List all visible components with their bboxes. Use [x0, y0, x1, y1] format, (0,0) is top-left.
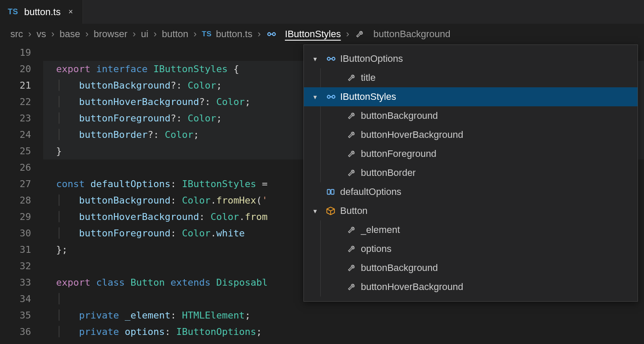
breadcrumb: src› vs› base› browser› ui› button› TS b… — [0, 24, 644, 45]
line-number-gutter: 192021222324252627282930313233343536 — [0, 45, 43, 344]
line-number: 21 — [0, 77, 31, 94]
typescript-badge-icon: TS — [202, 30, 212, 38]
outline-item-label: options — [361, 243, 391, 255]
property-icon — [346, 149, 357, 159]
tab-bar: TS button.ts × — [0, 0, 644, 24]
outline-item-label: IButtonStyles — [340, 91, 396, 102]
code-line[interactable]: │ private options: IButtonOptions; — [43, 324, 644, 340]
property-icon — [346, 111, 357, 121]
outline-item-label: title — [361, 72, 376, 83]
outline-item[interactable]: buttonBackground — [304, 106, 638, 125]
chevron-down-icon[interactable]: ▾ — [313, 55, 323, 63]
chevron-right-icon: › — [193, 29, 196, 40]
outline-item[interactable]: buttonBorder — [304, 163, 638, 182]
line-number: 24 — [0, 127, 31, 143]
outline-dropdown[interactable]: ▾IButtonOptionstitle▾IButtonStylesbutton… — [303, 45, 638, 302]
outline-item-label: Button — [340, 205, 368, 217]
property-icon — [346, 244, 357, 254]
line-number: 19 — [0, 45, 31, 61]
property-icon — [346, 73, 357, 83]
outline-item[interactable]: ▾IButtonStyles — [304, 87, 638, 106]
chevron-right-icon: › — [51, 29, 54, 40]
outline-item-label: buttonBorder — [361, 167, 416, 178]
chevron-right-icon: › — [133, 29, 136, 40]
breadcrumb-segment[interactable]: button — [162, 29, 188, 40]
outline-item-label: buttonForeground — [361, 148, 436, 159]
code-line[interactable]: │ private _element: HTMLElement; — [43, 307, 644, 324]
line-number: 27 — [0, 176, 31, 192]
outline-item-label: IButtonOptions — [340, 53, 403, 64]
line-number: 33 — [0, 274, 31, 291]
outline-item[interactable]: title — [304, 68, 638, 87]
outline-item[interactable]: buttonHoverBackground — [304, 125, 638, 144]
line-number: 25 — [0, 143, 31, 159]
outline-item[interactable]: ▾IButtonOptions — [304, 49, 638, 68]
constant-icon — [325, 187, 336, 197]
outline-item-label: buttonHoverBackground — [361, 129, 463, 140]
line-number: 31 — [0, 242, 31, 258]
line-number: 29 — [0, 209, 31, 225]
outline-item[interactable]: defaultOptions — [304, 182, 638, 201]
close-icon[interactable]: × — [66, 7, 75, 16]
breadcrumb-segment[interactable]: browser — [94, 29, 127, 40]
outline-item-label: buttonBackground — [361, 262, 438, 274]
property-icon — [354, 29, 365, 39]
outline-item[interactable]: ▾Button — [304, 201, 638, 220]
interface-icon — [325, 92, 336, 102]
chevron-right-icon: › — [28, 29, 31, 40]
line-number: 30 — [0, 225, 31, 242]
outline-item-label: buttonHoverBackground — [361, 281, 463, 293]
line-number: 32 — [0, 258, 31, 274]
line-number: 28 — [0, 192, 31, 209]
breadcrumb-segment[interactable]: base — [60, 29, 80, 40]
chevron-right-icon: › — [346, 29, 349, 40]
breadcrumb-segment[interactable]: vs — [37, 29, 46, 40]
line-number: 20 — [0, 61, 31, 77]
property-icon — [346, 130, 357, 140]
chevron-right-icon: › — [85, 29, 88, 40]
interface-icon — [266, 29, 276, 39]
outline-item[interactable]: _element — [304, 220, 638, 239]
property-icon — [346, 225, 357, 235]
breadcrumb-file[interactable]: TS button.ts — [202, 29, 253, 40]
line-number: 23 — [0, 110, 31, 127]
property-icon — [346, 282, 357, 292]
outline-item-label: _element — [361, 224, 400, 236]
chevron-down-icon[interactable]: ▾ — [313, 207, 323, 215]
line-number: 35 — [0, 307, 31, 324]
breadcrumb-symbol-leaf[interactable]: buttonBackground — [354, 29, 451, 40]
breadcrumb-segment[interactable]: ui — [141, 29, 148, 40]
property-icon — [346, 263, 357, 273]
line-number: 26 — [0, 159, 31, 176]
outline-item[interactable]: buttonForeground — [304, 144, 638, 163]
outline-item[interactable]: options — [304, 239, 638, 258]
chevron-down-icon[interactable]: ▾ — [313, 93, 323, 101]
typescript-badge-icon: TS — [8, 7, 18, 16]
outline-item[interactable]: buttonBackground — [304, 258, 638, 277]
line-number: 36 — [0, 324, 31, 340]
outline-item-label: defaultOptions — [340, 186, 401, 197]
tab-active[interactable]: TS button.ts × — [0, 0, 83, 24]
property-icon — [346, 168, 357, 178]
chevron-right-icon: › — [258, 29, 261, 40]
breadcrumb-segment[interactable]: src — [10, 29, 23, 40]
class-icon — [325, 206, 336, 216]
outline-item[interactable]: buttonHoverBackground — [304, 277, 638, 296]
line-number: 22 — [0, 94, 31, 110]
line-number: 34 — [0, 291, 31, 307]
outline-item-label: buttonBackground — [361, 110, 438, 121]
chevron-right-icon: › — [154, 29, 157, 40]
interface-icon — [325, 54, 336, 64]
breadcrumb-symbol[interactable]: IButtonStyles — [266, 29, 341, 40]
tab-title: button.ts — [24, 6, 60, 18]
